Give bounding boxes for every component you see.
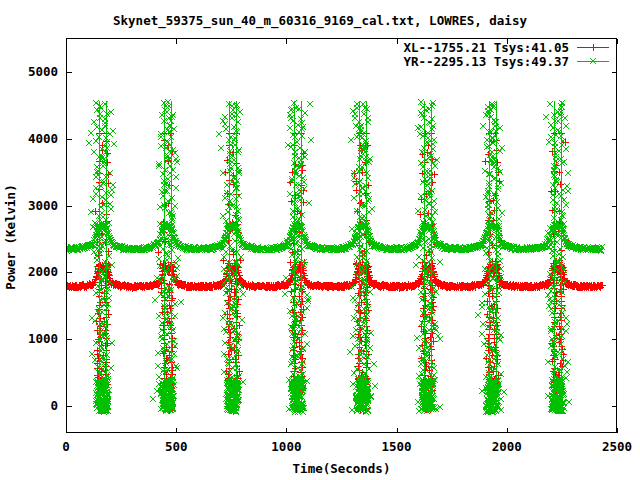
gnuplot-chart-window: Skynet_59375_sun_40_m_60316_9169_cal.txt… [0,0,640,480]
legend-sample-plus-icon [575,41,611,54]
y-axis-label: Power (Kelvin) [3,137,19,337]
legend: XL--1755.21 Tsys:41.05 YR--2295.13 Tsys:… [403,40,611,68]
x-tick-label: 0 [62,441,70,453]
y-tick-label: 3000 [28,200,58,212]
x-tick-label: 2500 [602,441,632,453]
y-tick-label: 1000 [28,333,58,345]
legend-row-xl: XL--1755.21 Tsys:41.05 [403,40,611,54]
series-yr [63,99,605,415]
legend-label-yr: YR--2295.13 Tsys:49.37 [403,54,569,69]
plot-area [0,0,640,480]
legend-sample-cross-icon [575,55,611,68]
x-tick-label: 500 [165,441,188,453]
x-tick-label: 1500 [382,441,412,453]
x-axis-label: Time(Seconds) [66,461,617,476]
series-xl [63,130,606,414]
x-tick-label: 2000 [492,441,522,453]
legend-row-yr: YR--2295.13 Tsys:49.37 [403,54,611,68]
y-tick-label: 5000 [28,66,58,78]
y-tick-label: 2000 [28,266,58,278]
plot-border-and-ticks [67,39,618,433]
y-tick-label: 4000 [28,133,58,145]
y-tick-label: 0 [50,400,58,412]
x-tick-label: 1000 [271,441,301,453]
legend-label-xl: XL--1755.21 Tsys:41.05 [403,40,569,55]
